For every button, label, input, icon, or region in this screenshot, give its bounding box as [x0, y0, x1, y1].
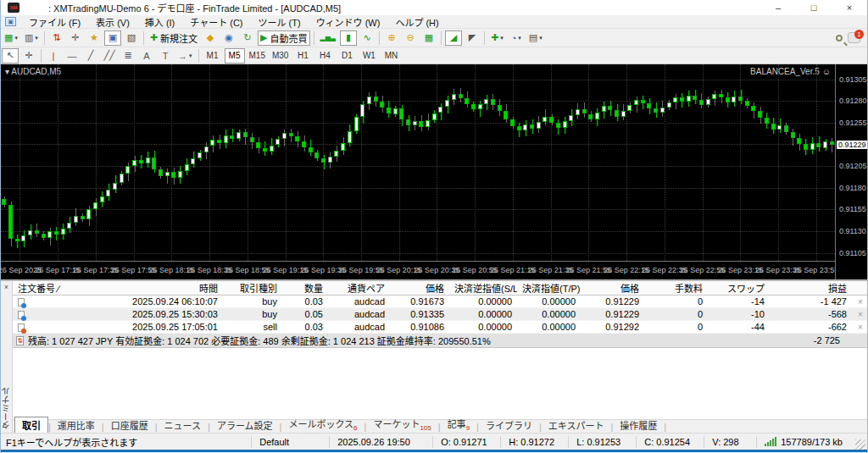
zoom-out-button[interactable]: ⊖ — [402, 30, 419, 46]
periods-button[interactable]: ◔▾ — [508, 30, 525, 46]
col-order[interactable]: 注文番号 ∕ — [13, 281, 120, 295]
bar-chart-button[interactable]: ▂▅▃ — [318, 30, 338, 46]
autotrading-button[interactable]: ▶自動売買 — [258, 30, 309, 46]
candlestick-chart[interactable]: ▾ AUDCAD,M5 BALANCEA_Ver.5☺ — [1, 64, 835, 262]
maximize-button[interactable]: □ — [796, 0, 832, 15]
order-row[interactable]: 2025.09.25 15:30:03 buy 0.05 audcad 0.91… — [13, 308, 868, 321]
candlestick-button[interactable]: ▮ — [340, 30, 357, 46]
col-symbol[interactable]: 通貨ペア — [328, 281, 390, 295]
col-tp[interactable]: 決済指値(T/P) — [517, 281, 581, 295]
metaeditor-button[interactable]: ◆ — [202, 30, 219, 46]
timeframe-d1[interactable]: D1 — [337, 48, 357, 64]
timeframe-m15[interactable]: M15 — [247, 48, 268, 64]
tab-news[interactable]: ニュース — [158, 417, 208, 433]
order-row[interactable]: 2025.09.24 06:10:07 buy 0.03 audcad 0.91… — [13, 296, 868, 308]
col-time[interactable]: 時間 — [120, 281, 223, 295]
notification-icon[interactable]: 1 — [848, 32, 860, 43]
trendline-button[interactable]: ╱ — [82, 48, 99, 64]
text-label-button[interactable]: T — [157, 48, 174, 64]
candle — [647, 103, 651, 108]
candle — [263, 148, 267, 152]
candle — [15, 239, 19, 241]
search-icon[interactable] — [836, 35, 843, 41]
timeframe-h4[interactable]: H4 — [314, 48, 335, 64]
timeframe-m1[interactable]: M1 — [203, 48, 223, 64]
col-price[interactable]: 価格 — [390, 281, 449, 295]
close-terminal-icon[interactable]: × — [4, 283, 8, 291]
channel-button[interactable]: ╱╱ — [101, 48, 118, 64]
chart-shift-button[interactable]: ◤ — [464, 30, 481, 46]
tab-account-history[interactable]: 口座履歴 — [104, 417, 155, 433]
profiles-button[interactable]: ▥▾ — [22, 30, 41, 46]
refresh-button[interactable]: ↻ — [239, 30, 256, 46]
line-chart-button[interactable]: ∿ — [359, 30, 376, 46]
menu-tools[interactable]: ツール (T) — [251, 14, 309, 30]
zoom-in-button[interactable]: ⊕ — [383, 30, 400, 46]
tab-experts[interactable]: エキスパート — [542, 417, 611, 433]
menu-file[interactable]: ファイル (F) — [21, 14, 88, 30]
cursor-button[interactable]: ↖ — [2, 48, 19, 64]
close-button[interactable]: × — [832, 0, 867, 15]
new-order-label: 新規注文 — [160, 31, 198, 45]
tab-library[interactable]: ライブラリ — [479, 417, 539, 433]
timeframe-m30[interactable]: M30 — [270, 48, 291, 64]
data-window-button[interactable]: ✛ — [67, 30, 84, 46]
minimize-button[interactable]: – — [760, 0, 796, 15]
menu-chart[interactable]: チャート (C) — [182, 14, 250, 30]
timeframe-m5[interactable]: M5 — [225, 48, 245, 64]
col-sl[interactable]: 決済逆指値(S/L) — [449, 281, 517, 295]
candle — [399, 108, 403, 119]
text-button[interactable]: A — [138, 48, 155, 64]
app-icon[interactable]: XM — [8, 3, 19, 13]
strategy-tester-button[interactable]: ▧ — [123, 30, 140, 46]
terminal-button[interactable]: ▣ — [104, 30, 121, 46]
candle — [54, 231, 58, 235]
status-high: H: 0.91272 — [500, 436, 568, 448]
col-volume[interactable]: 数量 — [282, 281, 328, 295]
menu-window[interactable]: ウィンドウ (W) — [309, 14, 388, 30]
status-profile[interactable]: Default — [251, 436, 329, 448]
timeframe-w1[interactable]: W1 — [359, 48, 379, 64]
chart-window-icon[interactable]: ▣ — [5, 17, 16, 26]
tab-journal[interactable]: 操作履歴 — [613, 417, 664, 433]
new-chart-button[interactable]: ▦▾ — [2, 30, 20, 46]
timeframe-mn[interactable]: MN — [381, 48, 401, 64]
timeframe-h1[interactable]: H1 — [292, 48, 313, 64]
indicators-button[interactable]: ✚▾ — [488, 30, 506, 46]
candle — [726, 97, 730, 102]
community-button[interactable]: ◉ — [220, 30, 237, 46]
tab-trade[interactable]: 取引 — [14, 417, 48, 433]
candle — [654, 108, 658, 113]
arrows-icon: → — [178, 51, 187, 61]
navigator-button[interactable]: ★ — [86, 30, 103, 46]
vertical-line-button[interactable]: | — [45, 48, 62, 64]
col-swap[interactable]: スワップ — [708, 281, 770, 295]
new-order-button[interactable]: ✚新規注文 — [147, 30, 200, 46]
menu-view[interactable]: 表示 (V) — [88, 14, 137, 30]
tab-exposure[interactable]: 運用比率 — [51, 417, 102, 433]
close-position-icon[interactable]: × — [852, 297, 868, 307]
close-position-icon[interactable]: × — [852, 310, 868, 319]
order-row[interactable]: 2025.09.25 17:05:01 sell 0.03 audcad 0.9… — [13, 321, 868, 334]
tab-mailbox[interactable]: メールボックス6 — [281, 416, 364, 433]
close-position-icon[interactable]: × — [852, 323, 868, 332]
col-close-price[interactable]: 価格 — [581, 281, 644, 295]
resize-grip[interactable] — [855, 439, 865, 450]
auto-scroll-button[interactable]: ◢ — [445, 30, 462, 46]
templates-button[interactable]: ▤▾ — [526, 30, 545, 46]
col-profit[interactable]: 損益 — [770, 281, 852, 295]
tab-alerts[interactable]: アラーム設定 — [210, 417, 280, 433]
market-watch-button[interactable]: ⇅ — [48, 30, 65, 46]
tab-market[interactable]: マーケット105 — [366, 416, 437, 433]
col-commission[interactable]: 手数料 — [644, 281, 708, 295]
arrows-button[interactable]: →▾ — [175, 48, 195, 64]
col-type[interactable]: 取引種別 — [223, 281, 282, 295]
price-gridline — [1, 231, 835, 232]
fibonacci-button[interactable]: ≣ — [120, 48, 136, 64]
tile-windows-button[interactable]: ▦ — [420, 30, 437, 46]
horizontal-line-button[interactable]: — — [64, 48, 81, 64]
menu-help[interactable]: ヘルプ (H) — [387, 14, 446, 30]
crosshair-button[interactable]: ✛ — [20, 48, 37, 64]
menu-insert[interactable]: 挿入 (I) — [137, 14, 182, 30]
tab-articles[interactable]: 記事9 — [441, 416, 476, 433]
